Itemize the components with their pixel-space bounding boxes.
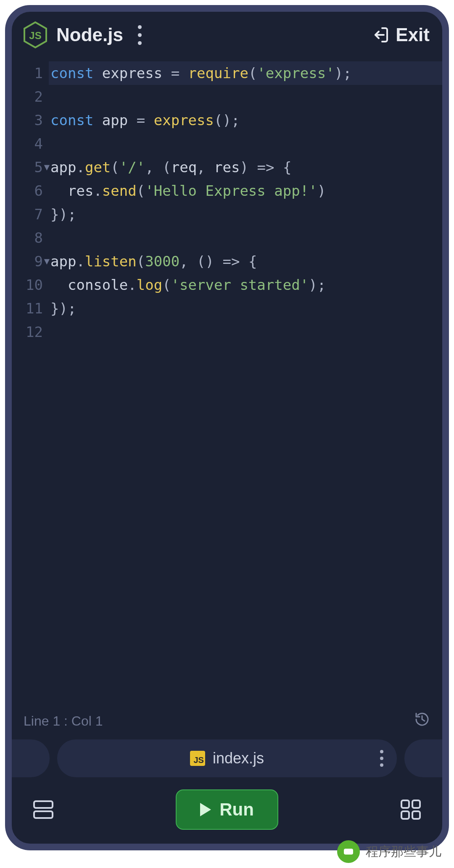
code-area[interactable]: const express = require('express');const… [50, 58, 442, 707]
file-tab-label: index.js [213, 750, 264, 767]
line-number: 9▼ [12, 250, 50, 273]
svg-rect-4 [401, 800, 409, 808]
line-number: 10 [12, 273, 50, 297]
apps-grid-button[interactable] [396, 795, 425, 824]
code-line[interactable]: res.send('Hello Express app!') [50, 179, 442, 203]
svg-rect-7 [412, 811, 420, 819]
watermark-text: 程序那些事儿 [366, 843, 441, 860]
layout-toggle-button[interactable] [29, 795, 58, 824]
line-number: 11 [12, 297, 50, 320]
svg-rect-3 [34, 811, 53, 818]
more-menu-button[interactable] [131, 22, 149, 47]
line-number: 2 [12, 85, 50, 108]
code-line[interactable]: }); [50, 297, 442, 320]
code-line[interactable]: app.listen(3000, () => { [50, 250, 442, 273]
code-line[interactable]: const express = require('express'); [49, 61, 442, 85]
tab-prev[interactable] [12, 739, 50, 777]
cursor-position: Line 1 : Col 1 [24, 713, 103, 729]
exit-icon [370, 26, 389, 44]
fold-toggle-icon[interactable]: ▼ [44, 250, 50, 273]
code-editor[interactable]: 12345▼6789▼101112 const express = requir… [12, 58, 442, 707]
nodejs-logo-icon: JS [22, 21, 49, 48]
code-line[interactable]: const app = express(); [50, 108, 442, 132]
svg-rect-2 [34, 801, 53, 808]
device-frame: JS Node.js Exit 12345▼6789▼101112 const … [5, 5, 449, 850]
code-line[interactable]: }); [50, 203, 442, 226]
line-number: 7 [12, 203, 50, 226]
code-line[interactable] [50, 320, 442, 344]
top-bar: JS Node.js Exit [12, 12, 442, 58]
code-line[interactable]: console.log('server started'); [50, 273, 442, 297]
code-line[interactable] [50, 85, 442, 108]
tab-next[interactable] [404, 739, 442, 777]
line-gutter: 12345▼6789▼101112 [12, 58, 50, 707]
line-number: 1 [12, 61, 50, 85]
line-number: 12 [12, 320, 50, 344]
wechat-icon [337, 840, 360, 863]
line-number: 3 [12, 108, 50, 132]
svg-rect-6 [401, 811, 409, 819]
exit-label: Exit [396, 24, 430, 45]
svg-rect-5 [412, 800, 420, 808]
play-icon [200, 803, 211, 816]
code-line[interactable]: app.get('/', (req, res) => { [50, 155, 442, 179]
watermark: 程序那些事儿 [337, 840, 441, 863]
line-number: 5▼ [12, 155, 50, 179]
line-number: 8 [12, 226, 50, 250]
line-number: 6 [12, 179, 50, 203]
line-number: 4 [12, 132, 50, 155]
tab-menu-button[interactable] [380, 750, 383, 767]
svg-text:JS: JS [29, 30, 41, 41]
status-bar: Line 1 : Col 1 [12, 707, 442, 735]
code-line[interactable] [50, 132, 442, 155]
fold-toggle-icon[interactable]: ▼ [44, 155, 50, 179]
app-title: Node.js [56, 24, 123, 45]
exit-button[interactable]: Exit [370, 24, 430, 45]
js-file-icon: JS [190, 751, 205, 766]
tab-row: JS index.js [12, 735, 442, 781]
history-button[interactable] [414, 711, 430, 731]
code-line[interactable] [50, 226, 442, 250]
run-label: Run [219, 800, 254, 820]
file-tab-active[interactable]: JS index.js [57, 739, 397, 777]
bottom-bar: Run [12, 781, 442, 844]
run-button[interactable]: Run [176, 789, 278, 830]
